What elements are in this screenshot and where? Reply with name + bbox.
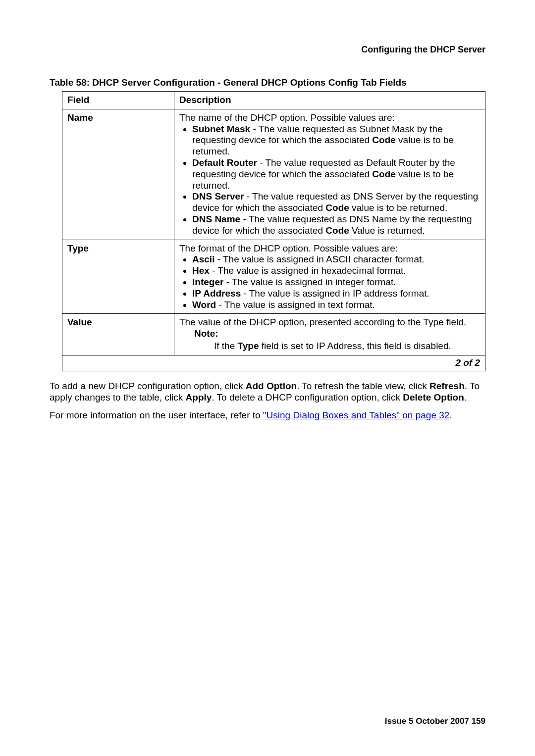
strong: Refresh [429,381,465,391]
config-table: Field Description Name The name of the D… [62,91,485,371]
item-text: - The value is assigned in IP address fo… [241,288,429,299]
list-item: DNS Name - The value requested as DNS Na… [192,214,480,237]
note-pre: If the [214,341,238,351]
text: . To refresh the table view, click [297,381,429,391]
paragraph: For more information on the user interfa… [50,409,485,421]
strong: Add Option [246,381,297,391]
strong: Delete Option [403,392,464,403]
item-strong: IP Address [192,288,241,299]
list-item: IP Address - The value is assigned in IP… [192,288,480,300]
table-row: Name The name of the DHCP option. Possib… [62,109,485,240]
field-desc-type: The format of the DHCP option. Possible … [174,240,485,314]
page-footer: Issue 5 October 2007 159 [385,716,485,726]
col-head-field: Field [62,92,174,109]
note-body: If the Type field is set to IP Address, … [214,341,480,352]
list-item: Integer - The value is assigned in integ… [192,277,480,288]
item-strong: Hex [192,265,210,276]
table-row: Type The format of the DHCP option. Poss… [62,240,485,314]
field-value: Value [62,314,174,355]
desc-intro: The format of the DHCP option. Possible … [179,243,480,254]
item-strong: DNS Name [192,214,240,224]
note-strong: Type [238,341,259,351]
item-strong: Integer [192,277,223,287]
item-strong: Ascii [192,254,214,264]
list-item: Word - The value is assigned in text for… [192,300,480,311]
table-caption: Table 58: DHCP Server Configuration - Ge… [50,77,485,88]
field-desc-value: The value of the DHCP option, presented … [174,314,485,355]
paragraph: To add a new DHCP configuration option, … [50,380,485,404]
desc-list: Subnet Mask - The value requested as Sub… [179,124,480,237]
body-text: To add a new DHCP configuration option, … [50,380,485,421]
page: Configuring the DHCP Server Table 58: DH… [0,0,535,756]
strong: Apply [186,392,212,403]
col-head-description: Description [174,92,485,109]
desc-list: Ascii - The value is assigned in ASCII c… [179,254,480,310]
text: . To delete a DHCP configuration option,… [212,392,403,403]
list-item: Subnet Mask - The value requested as Sub… [192,124,480,157]
item-code: Code [325,225,349,236]
field-type: Type [62,240,174,314]
item-tail: Value is returned. [349,225,425,236]
item-text: - The value is assigned in ASCII charact… [214,254,424,264]
note-label: Note: [194,328,480,340]
item-code: Code [372,169,396,179]
item-code: Code [372,135,396,145]
note-block: Note: If the Type field is set to IP Add… [194,328,480,352]
table-row: Value The value of the DHCP option, pres… [62,314,485,355]
text: . [464,392,467,403]
item-strong: Default Router [192,157,257,168]
section-header: Configuring the DHCP Server [50,45,485,55]
list-item: Default Router - The value requested as … [192,157,480,191]
item-strong: Subnet Mask [192,124,250,134]
desc-intro: The value of the DHCP option, presented … [179,317,480,328]
item-text: - The value is assigned in hexadecimal f… [210,265,406,276]
item-strong: Word [192,300,216,310]
item-text: - The value is assigned in integer forma… [223,277,396,287]
list-item: Ascii - The value is assigned in ASCII c… [192,254,480,265]
item-strong: DNS Server [192,191,244,202]
text: For more information on the user interfa… [50,410,263,420]
list-item: DNS Server - The value requested as DNS … [192,191,480,214]
desc-intro: The name of the DHCP option. Possible va… [179,112,480,124]
text: . [449,410,452,420]
table-pager-row: 2 of 2 [62,355,485,371]
cross-reference-link[interactable]: "Using Dialog Boxes and Tables" on page … [263,410,450,420]
table-pager: 2 of 2 [62,355,485,371]
table-head-row: Field Description [62,92,485,109]
list-item: Hex - The value is assigned in hexadecim… [192,265,480,277]
item-tail: value is to be returned. [349,202,448,213]
item-text: - The value is assigned in text format. [216,300,375,310]
field-desc-name: The name of the DHCP option. Possible va… [174,109,485,240]
note-post: field is set to IP Address, this field i… [259,341,451,351]
item-code: Code [325,202,349,213]
text: To add a new DHCP configuration option, … [50,381,246,391]
field-name: Name [62,109,174,240]
